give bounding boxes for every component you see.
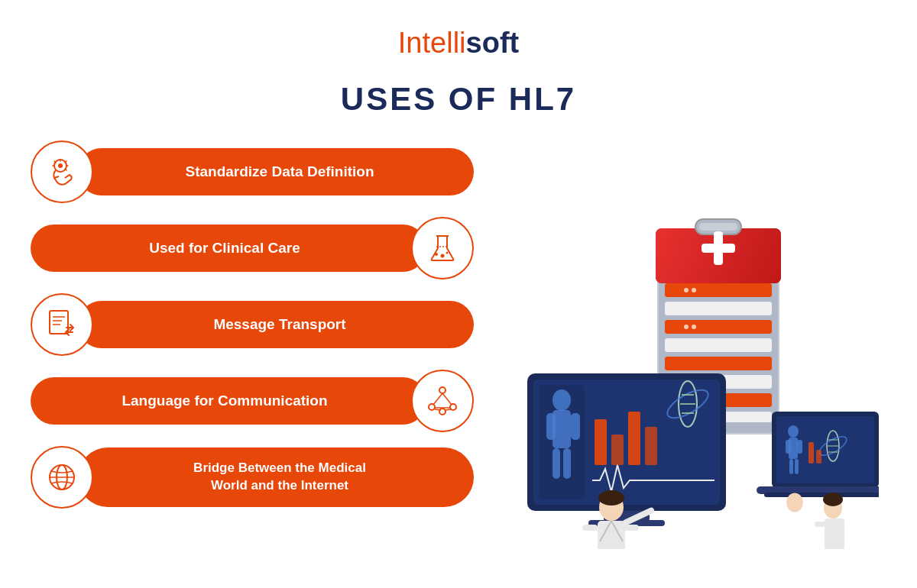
header: Intellisoft	[0, 0, 917, 67]
svg-rect-26	[665, 302, 772, 315]
svg-rect-57	[645, 427, 657, 465]
svg-point-95	[823, 493, 843, 506]
svg-point-48	[552, 389, 571, 411]
logo-part2: soft	[466, 27, 520, 59]
content-area: Standardize Data Definition Used for Cli…	[0, 141, 917, 561]
icon-transport	[31, 293, 93, 356]
svg-rect-53	[563, 448, 571, 479]
svg-rect-25	[665, 283, 772, 297]
list-item: Used for Clinical Care	[31, 217, 474, 279]
svg-rect-84	[582, 525, 598, 531]
label-clinical: Used for Clinical Care	[149, 240, 300, 257]
network-nodes-icon	[424, 383, 461, 419]
svg-point-1	[58, 163, 63, 168]
label-standardize: Standardize Data Definition	[185, 163, 374, 180]
svg-point-90	[786, 493, 803, 512]
pill-clinical: Used for Clinical Care	[31, 225, 426, 272]
svg-point-67	[788, 425, 799, 438]
svg-rect-72	[795, 459, 799, 474]
svg-rect-28	[665, 338, 772, 352]
label-transport: Message Transport	[213, 316, 345, 333]
svg-rect-54	[595, 419, 607, 465]
pill-transport: Message Transport	[78, 301, 474, 348]
svg-rect-96	[815, 522, 825, 527]
logo-part1: Intelli	[398, 27, 466, 59]
document-arrows-icon	[44, 306, 80, 343]
svg-rect-7	[50, 311, 68, 334]
icon-bridge	[31, 446, 93, 509]
icon-language	[411, 370, 474, 432]
globe-icon	[44, 459, 80, 496]
svg-rect-79	[816, 450, 821, 464]
logo: Intellisoft	[0, 27, 917, 60]
svg-rect-71	[789, 459, 793, 474]
svg-line-16	[442, 393, 452, 405]
medical-illustration	[481, 152, 879, 549]
list-item: Language for Communication	[31, 370, 474, 432]
list-item: Standardize Data Definition	[31, 141, 474, 203]
pill-bridge: Bridge Between the MedicalWorld and the …	[78, 447, 474, 507]
svg-rect-69	[786, 440, 791, 454]
svg-rect-56	[628, 412, 640, 465]
svg-rect-52	[552, 448, 560, 479]
label-bridge: Bridge Between the MedicalWorld and the …	[193, 460, 366, 495]
svg-line-19	[446, 409, 452, 410]
settings-hand-icon	[44, 153, 80, 190]
svg-rect-50	[546, 413, 556, 440]
svg-point-11	[439, 387, 446, 393]
svg-point-36	[692, 325, 696, 329]
svg-rect-40	[699, 223, 737, 231]
right-panel	[474, 141, 886, 561]
main-title: USES OF HL7	[0, 81, 917, 118]
svg-rect-81	[598, 521, 625, 549]
pill-language: Language for Communication	[31, 377, 426, 425]
svg-point-34	[692, 288, 696, 292]
list-item: Bridge Between the MedicalWorld and the …	[31, 446, 474, 509]
icon-clinical	[411, 217, 474, 279]
pill-standardize: Standardize Data Definition	[78, 148, 474, 195]
svg-line-15	[433, 393, 442, 405]
svg-rect-78	[808, 442, 814, 464]
list-item: Message Transport	[31, 293, 474, 356]
svg-point-4	[441, 254, 445, 258]
lab-flask-icon	[424, 230, 461, 267]
svg-point-35	[684, 325, 689, 329]
svg-rect-66	[764, 493, 879, 497]
svg-rect-92	[825, 519, 844, 549]
svg-rect-29	[665, 357, 772, 370]
svg-point-89	[598, 490, 624, 506]
label-language: Language for Communication	[122, 393, 327, 409]
left-panel: Standardize Data Definition Used for Cli…	[31, 141, 474, 509]
svg-rect-42	[714, 231, 723, 265]
svg-rect-27	[665, 320, 772, 334]
svg-rect-70	[797, 440, 802, 454]
svg-point-3	[435, 253, 438, 256]
svg-point-33	[684, 288, 689, 292]
svg-rect-55	[611, 435, 624, 465]
svg-rect-51	[571, 413, 580, 440]
svg-line-18	[435, 409, 441, 410]
icon-standardize	[31, 141, 93, 203]
svg-point-5	[446, 252, 449, 254]
